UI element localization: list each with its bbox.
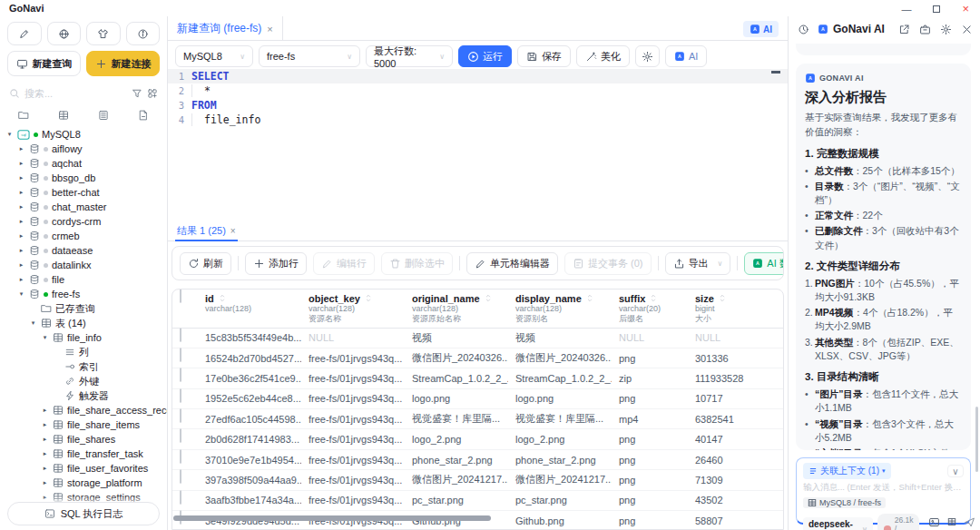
table-cell[interactable]: free-fs/01jrvgs943q... bbox=[301, 368, 405, 388]
column-header-object_key[interactable]: object_keyvarchar(128)资源名称 bbox=[301, 290, 405, 328]
result-toolbar-button-aichip[interactable]: AAI 数据洞察 bbox=[744, 252, 784, 275]
smart-filter-icon[interactable] bbox=[147, 88, 158, 99]
table-cell[interactable]: 视觉盛宴！库里隔... bbox=[508, 409, 612, 428]
table-cell[interactable]: 2b0d628f17414983... bbox=[198, 429, 301, 448]
table-cell[interactable]: 17e0be36c2f541ce9... bbox=[198, 368, 301, 388]
table-cell[interactable]: logo_2.png bbox=[405, 429, 508, 448]
result-toolbar-button-plus[interactable]: 添加行 bbox=[245, 252, 307, 275]
editor-line-3[interactable]: 3FROM bbox=[168, 98, 788, 113]
table-cell[interactable]: 111933528 bbox=[688, 368, 783, 388]
save-button[interactable]: 保存 bbox=[517, 45, 571, 67]
table-cell[interactable]: 15c83b5f534f49e4b... bbox=[198, 329, 301, 348]
tree-item-_14_[interactable]: ▾表 (14) bbox=[0, 316, 167, 330]
settings-icon[interactable] bbox=[940, 24, 952, 35]
select-all-checkbox[interactable] bbox=[180, 289, 181, 303]
result-toolbar-button-edit[interactable]: 单元格编辑器 bbox=[466, 252, 558, 275]
connection-select[interactable]: MySQL8∨ bbox=[175, 45, 253, 67]
row-checkbox[interactable] bbox=[180, 490, 181, 505]
tree-item-file_share_items[interactable]: ▸file_share_items bbox=[0, 417, 167, 432]
editor-line-2[interactable]: 2* bbox=[168, 83, 788, 98]
table-cell[interactable]: 397a398f509a44aa9... bbox=[198, 470, 301, 489]
table-cell[interactable]: 10717 bbox=[688, 389, 783, 408]
table-cell[interactable]: png bbox=[612, 470, 688, 489]
tree-item-file_shares[interactable]: ▸file_shares bbox=[0, 432, 167, 447]
tree-item-_[interactable]: 列 bbox=[0, 345, 167, 359]
column-header-original_name[interactable]: original_namevarchar(128)资源原始名称 bbox=[405, 290, 508, 328]
table-row[interactable]: 17e0be36c2f541ce9...free-fs/01jrvgs943q.… bbox=[172, 368, 783, 388]
table-cell[interactable]: 71309 bbox=[688, 470, 783, 489]
table-cell[interactable]: zip bbox=[612, 368, 688, 388]
tree-item-aqchat[interactable]: ▸aqchat bbox=[0, 156, 167, 171]
tab-tables-icon[interactable] bbox=[58, 110, 69, 121]
table-cell[interactable]: Github.png bbox=[508, 511, 612, 530]
table-cell[interactable]: png bbox=[612, 450, 688, 469]
chevron-right-icon[interactable]: ▸ bbox=[17, 261, 25, 269]
tree-item-_[interactable]: 已存查询 bbox=[0, 301, 167, 316]
pen-tool-button[interactable] bbox=[7, 22, 42, 45]
table-row[interactable]: 397a398f509a44aa9...free-fs/01jrvgs943q.… bbox=[172, 470, 783, 490]
table-cell[interactable]: NULL bbox=[301, 329, 405, 348]
editor-settings-button[interactable] bbox=[635, 45, 660, 67]
table-cell[interactable]: png bbox=[612, 348, 688, 368]
filter-icon[interactable] bbox=[132, 88, 142, 99]
sort-icon[interactable] bbox=[365, 294, 372, 304]
table-cell[interactable]: 43502 bbox=[688, 491, 783, 510]
scope-tag[interactable]: MySQL8 / free-fs bbox=[803, 497, 886, 508]
tree-item-chat_master[interactable]: ▸chat_master bbox=[0, 200, 167, 214]
chevron-right-icon[interactable]: ▸ bbox=[17, 232, 25, 240]
tree-item-file[interactable]: ▸file bbox=[0, 272, 167, 287]
table-cell[interactable]: png bbox=[612, 389, 688, 408]
tree-item-_[interactable]: 外键 bbox=[0, 374, 167, 388]
table-cell[interactable]: free-fs/01jrvgs943q... bbox=[301, 348, 405, 368]
tab-new-query[interactable]: 新建查询 (free-fs) × bbox=[168, 16, 283, 41]
chevron-right-icon[interactable]: ▸ bbox=[17, 160, 25, 167]
theme-button[interactable] bbox=[86, 22, 121, 45]
editor-line-1[interactable]: 1SELECT bbox=[168, 69, 788, 83]
column-header-display_name[interactable]: display_namevarchar(128)资源别名 bbox=[508, 290, 612, 328]
run-button[interactable]: 运行 bbox=[458, 45, 512, 67]
table-cell[interactable]: 视频 bbox=[405, 329, 508, 348]
minimize-button[interactable]: — bbox=[901, 4, 911, 15]
column-header-size[interactable]: sizebigint大小 bbox=[688, 290, 783, 328]
tab-result-1[interactable]: 结果 1 (25) × bbox=[175, 221, 238, 241]
table-cell[interactable]: 微信图片_20241217... bbox=[508, 470, 612, 489]
chevron-right-icon[interactable]: ▸ bbox=[17, 247, 25, 254]
table-cell[interactable]: png bbox=[612, 429, 688, 448]
attach-table-icon[interactable] bbox=[947, 516, 956, 528]
chevron-down-icon[interactable]: ▾ bbox=[17, 290, 25, 298]
row-checkbox[interactable] bbox=[180, 408, 181, 423]
search-input[interactable]: 搜索... bbox=[9, 85, 158, 102]
table-cell[interactable]: 26460 bbox=[688, 450, 783, 469]
sort-icon[interactable] bbox=[719, 294, 726, 304]
table-cell[interactable]: free-fs/01jrvgs943q... bbox=[301, 389, 405, 408]
tree-item-_[interactable]: 触发器 bbox=[0, 388, 167, 403]
table-cell[interactable]: StreamCap_1.0.2_2_... bbox=[508, 368, 612, 388]
table-cell[interactable]: phone_star_2.png bbox=[405, 450, 508, 469]
table-cell[interactable]: 1952e5c62eb44ce8... bbox=[198, 389, 301, 408]
context-pill[interactable]: 关联上下文 (1) ▾ bbox=[803, 463, 891, 479]
ai-assist-button[interactable]: A AI bbox=[665, 45, 707, 67]
table-cell[interactable]: 27edf6ac105c44598... bbox=[198, 409, 301, 428]
panel-scrollbar[interactable] bbox=[975, 407, 978, 472]
table-row[interactable]: 37010e9e7e1b4954...free-fs/01jrvgs943q..… bbox=[172, 450, 783, 470]
ai-panel-toggle[interactable]: A AI bbox=[743, 21, 779, 37]
table-cell[interactable]: mp4 bbox=[612, 409, 688, 428]
chevron-right-icon[interactable]: ▸ bbox=[41, 421, 49, 428]
table-cell[interactable]: free-fs/01jrvgs943q... bbox=[301, 409, 405, 428]
chevron-right-icon[interactable]: ▸ bbox=[17, 203, 25, 211]
table-cell[interactable]: 视觉盛宴！库里隔... bbox=[405, 409, 508, 428]
editor-line-4[interactable]: 4file_info bbox=[168, 113, 788, 127]
sort-icon[interactable] bbox=[650, 294, 657, 304]
table-cell[interactable]: 301336 bbox=[688, 348, 783, 368]
chevron-right-icon[interactable]: ▸ bbox=[41, 436, 49, 443]
new-connection-button[interactable]: 新建连接 bbox=[86, 51, 160, 76]
chevron-right-icon[interactable]: ▸ bbox=[17, 145, 25, 152]
sql-log-button[interactable]: SQL 执行日志 bbox=[7, 502, 160, 525]
row-checkbox[interactable] bbox=[180, 469, 181, 484]
chevron-right-icon[interactable]: ▸ bbox=[17, 174, 25, 182]
tree-item-dataease[interactable]: ▸dataease bbox=[0, 243, 167, 258]
table-cell[interactable]: logo.png bbox=[508, 389, 612, 408]
table-cell[interactable]: 58807 bbox=[688, 511, 783, 530]
result-toolbar-button-export[interactable]: 导出∨ bbox=[665, 252, 731, 275]
table-cell[interactable]: 16524b2d70bd4527... bbox=[198, 348, 301, 368]
